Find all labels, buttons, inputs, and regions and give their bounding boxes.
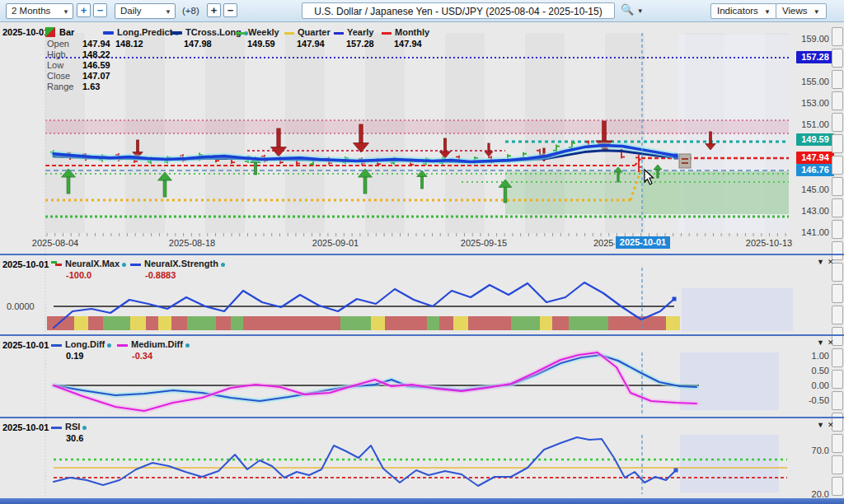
side-panel-tab[interactable] (832, 134, 843, 153)
ohlc-low-value: 146.59 (82, 60, 110, 70)
legend-item-quarter[interactable]: Quarter (284, 27, 331, 37)
panel-axis-label: 70.0 (793, 446, 829, 455)
legend-item-long.predict[interactable]: Long.Predict (103, 27, 179, 37)
close-panel-icon[interactable]: ✕ (828, 421, 837, 429)
x-axis-label: 2025-09-01 (312, 238, 359, 248)
side-panel-tab[interactable] (832, 177, 843, 196)
side-panel-tab[interactable] (832, 156, 843, 175)
legend-label: Monthly (395, 27, 429, 37)
legend-item-weekly[interactable]: Weekly (235, 27, 279, 37)
legend-label: Weekly (248, 27, 279, 37)
price-badge: 147.94 (796, 152, 834, 164)
legend-value: 147.94 (394, 39, 422, 49)
legend-swatch-icon (130, 264, 141, 266)
side-panel-tab[interactable] (832, 370, 843, 389)
side-panel-tab[interactable] (832, 306, 843, 324)
legend-item-yearly[interactable]: Yearly (334, 27, 373, 37)
selected-date-badge[interactable]: 2025-10-01 (616, 236, 670, 249)
panel-date-label: 2025-10-01 (2, 340, 49, 350)
panel-separator[interactable] (0, 334, 844, 336)
ohlc-range-label: Range (47, 82, 73, 91)
collapse-panel-icon[interactable]: ▼ (817, 338, 828, 347)
legend-swatch-icon (51, 344, 62, 347)
legend-swatch-icon (117, 344, 128, 347)
y-axis-label: 145.00 (793, 184, 829, 194)
side-panel-tab[interactable] (832, 284, 843, 303)
info-dot-icon[interactable] (221, 263, 225, 267)
ohlc-close-value: 147.07 (82, 71, 110, 81)
panel-controls: ▼✕ (817, 338, 837, 347)
info-dot-icon[interactable] (107, 343, 111, 348)
y-axis-label: 141.00 (793, 227, 829, 237)
panel-axis-label: 1.00 (793, 351, 829, 361)
legend-label: TCross.Long (185, 27, 241, 37)
y-axis-label: 151.00 (793, 119, 829, 129)
info-dot-icon[interactable] (185, 343, 190, 348)
panel-separator[interactable] (0, 417, 844, 418)
legend-swatch-icon (235, 32, 245, 35)
side-panel-tab[interactable] (832, 91, 843, 110)
side-panel-tab[interactable] (832, 220, 843, 239)
chart-graphics[interactable] (0, 0, 844, 504)
side-panel-tab[interactable] (832, 49, 843, 68)
side-panel-tab[interactable] (832, 477, 843, 496)
side-panel-tab[interactable] (832, 70, 843, 89)
window-bottom-bar (0, 498, 844, 504)
panel-legend-value: -0.34 (132, 351, 152, 361)
side-panel-tab[interactable] (832, 434, 843, 453)
legend-swatch-icon (171, 31, 182, 35)
x-axis-label: 2025-08-18 (169, 238, 215, 248)
panel-legend-neuralx.max[interactable]: NeuralX.Max (51, 259, 126, 268)
legend-label: NeuralX.Max (65, 259, 120, 268)
price-badge: 157.28 (796, 51, 834, 63)
legend-swatch-icon (284, 32, 294, 35)
ohlc-open-label: Open (47, 39, 69, 49)
x-axis-label: 2025-09-15 (461, 238, 507, 248)
y-axis-label: 155.00 (793, 77, 829, 86)
panel-controls: ▼✕ (817, 421, 837, 429)
info-dot-icon[interactable] (82, 426, 87, 430)
panel-zero-label: 0.0000 (7, 301, 35, 311)
panel-legend-rsi[interactable]: RSI (51, 422, 87, 432)
cursor-date-label: 2025-10-01 (2, 27, 49, 37)
panel-legend-value: -100.0 (66, 270, 91, 280)
collapse-panel-icon[interactable]: ▼ (817, 421, 828, 429)
y-axis-label: 143.00 (793, 206, 829, 216)
close-panel-icon[interactable]: ✕ (828, 338, 837, 347)
bar-series-label[interactable]: Bar (59, 27, 74, 37)
legend-label: NeuralX.Strength (144, 259, 218, 268)
legend-swatch-icon (334, 32, 344, 35)
x-axis-label: 2025-08-04 (32, 238, 78, 248)
legend-label: Long.Predict (117, 27, 172, 37)
legend-value: 148.12 (115, 39, 143, 49)
side-panel-tab[interactable] (832, 113, 843, 132)
x-axis-label-partial: 2025- (593, 238, 615, 248)
panel-axis-label: 0.50 (793, 366, 829, 376)
panel-separator[interactable] (0, 254, 844, 255)
y-axis-label: 153.00 (793, 98, 829, 108)
panel-legend-value: 0.19 (66, 351, 83, 361)
legend-swatch-icon (51, 261, 62, 268)
panel-axis-label: -0.50 (793, 395, 829, 405)
side-panel-tab[interactable] (832, 455, 843, 474)
panel-axis-label: 0.00 (793, 380, 829, 390)
info-dot-icon[interactable] (122, 263, 126, 267)
panel-legend-medium.diff[interactable]: Medium.Diff (117, 339, 190, 349)
ohlc-open-value: 147.94 (82, 39, 110, 49)
side-panel-tab[interactable] (832, 348, 843, 367)
panel-legend-long.diff[interactable]: Long.Diff (51, 339, 111, 349)
close-panel-icon[interactable]: ✕ (828, 258, 837, 266)
price-badge: 146.76 (796, 164, 834, 176)
side-panel-tab[interactable] (832, 198, 843, 217)
panel-date-label: 2025-10-01 (2, 259, 49, 269)
trading-app-window: 2 Months ▼ + − Daily ▼ (+8) + − U.S. Dol… (0, 0, 844, 504)
panel-legend-neuralx.strength[interactable]: NeuralX.Strength (130, 259, 225, 268)
ohlc-range-value: 1.63 (82, 82, 100, 91)
side-panel-tab[interactable] (832, 391, 843, 410)
collapse-panel-icon[interactable]: ▼ (817, 258, 828, 266)
side-panel-tab[interactable] (832, 27, 843, 46)
legend-label: Yearly (347, 27, 373, 37)
panel-controls: ▼✕ (817, 258, 837, 266)
panel-date-label: 2025-10-01 (2, 422, 49, 432)
legend-item-monthly[interactable]: Monthly (382, 27, 429, 37)
